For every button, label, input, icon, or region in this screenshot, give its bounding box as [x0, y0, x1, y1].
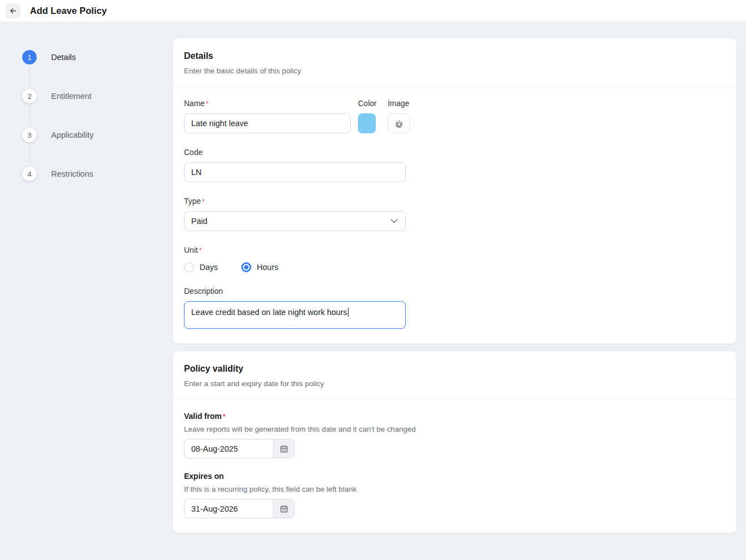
- stepper-step-entitlement[interactable]: 2 Entitlement: [22, 89, 172, 103]
- calendar-icon: [280, 504, 289, 513]
- step-label: Entitlement: [51, 92, 92, 101]
- radio-checked-icon: [241, 262, 251, 272]
- step-number-badge: 2: [22, 89, 37, 103]
- image-field-group: Image: [387, 99, 410, 133]
- wizard-stepper: 1 Details 2 Entitlement 3 Applicability …: [0, 38, 172, 540]
- radio-unchecked-icon: [184, 262, 194, 272]
- validity-card-subtitle: Enter a start and expiry date for this p…: [184, 379, 725, 388]
- step-label: Details: [51, 53, 76, 62]
- description-textarea[interactable]: Leave credit based on late night work ho…: [184, 301, 406, 329]
- text-cursor: [348, 308, 349, 317]
- required-asterisk: *: [206, 99, 208, 108]
- details-card-body: Name* Color Image: [173, 87, 737, 343]
- details-card-subtitle: Enter the basic details of this policy: [184, 67, 725, 75]
- details-card-title: Details: [184, 51, 725, 61]
- description-text: Leave credit based on late night work ho…: [191, 308, 347, 317]
- unit-option-days[interactable]: Days: [184, 262, 218, 272]
- valid-from-calendar-button[interactable]: [273, 439, 294, 458]
- unit-option-hours[interactable]: Hours: [241, 262, 278, 272]
- chevron-down-icon: [391, 219, 397, 223]
- topbar: Add Leave Policy: [0, 0, 746, 22]
- validity-card-title: Policy validity: [184, 364, 725, 374]
- valid-from-date-input[interactable]: 08-Aug-2025: [184, 439, 295, 458]
- code-field-group: Code: [184, 148, 725, 182]
- image-label: Image: [387, 99, 410, 108]
- arrow-left-icon: [9, 7, 17, 15]
- expires-on-calendar-button[interactable]: [273, 499, 294, 518]
- required-asterisk: *: [223, 412, 226, 421]
- expires-on-date-value: 31-Aug-2026: [185, 499, 273, 518]
- unit-label: Unit*: [184, 246, 725, 254]
- unit-radio-group: Days Hours: [184, 262, 725, 272]
- valid-from-date-value: 08-Aug-2025: [185, 439, 273, 458]
- step-label: Restrictions: [51, 169, 93, 178]
- name-input[interactable]: [184, 113, 351, 133]
- sunrise-icon: [394, 118, 405, 129]
- name-color-image-row: Name* Color Image: [184, 99, 725, 133]
- type-label: Type*: [184, 197, 725, 206]
- required-asterisk: *: [202, 197, 205, 206]
- type-field-group: Type* Paid: [184, 197, 725, 231]
- type-select[interactable]: Paid: [184, 211, 406, 231]
- validity-card-header: Policy validity Enter a start and expiry…: [173, 351, 737, 399]
- details-card-header: Details Enter the basic details of this …: [173, 38, 737, 86]
- expires-on-group: Expires on If this is a recurring policy…: [184, 472, 725, 518]
- content-area: 1 Details 2 Entitlement 3 Applicability …: [0, 22, 746, 540]
- description-label: Description: [184, 287, 725, 296]
- step-label: Applicability: [51, 131, 94, 139]
- page-title: Add Leave Policy: [30, 6, 107, 16]
- valid-from-group: Valid from* Leave reports will be genera…: [184, 412, 725, 458]
- type-select-value: Paid: [191, 217, 207, 226]
- expires-on-date-input[interactable]: 31-Aug-2026: [184, 499, 295, 518]
- color-field-group: Color: [358, 99, 376, 133]
- unit-option-label: Hours: [257, 263, 278, 272]
- description-field-group: Description Leave credit based on late n…: [184, 287, 725, 329]
- code-input[interactable]: [184, 162, 406, 182]
- color-swatch[interactable]: [358, 113, 376, 133]
- step-number-badge: 3: [22, 128, 37, 142]
- color-label: Color: [358, 99, 376, 108]
- step-number-badge: 1: [22, 50, 37, 64]
- valid-from-label: Valid from*: [184, 412, 725, 421]
- form-column: Details Enter the basic details of this …: [172, 38, 737, 540]
- image-picker-button[interactable]: [387, 113, 410, 133]
- stepper-step-restrictions[interactable]: 4 Restrictions: [22, 167, 172, 181]
- details-card: Details Enter the basic details of this …: [172, 38, 737, 344]
- stepper-step-details[interactable]: 1 Details: [22, 50, 172, 64]
- expires-on-helper: If this is a recurring policy, this fiel…: [184, 485, 725, 493]
- valid-from-helper: Leave reports will be generated from thi…: [184, 425, 725, 433]
- name-label: Name*: [184, 99, 351, 108]
- step-number-badge: 4: [22, 167, 37, 181]
- policy-validity-card: Policy validity Enter a start and expiry…: [172, 351, 737, 533]
- code-label: Code: [184, 148, 725, 157]
- validity-card-body: Valid from* Leave reports will be genera…: [173, 399, 737, 533]
- stepper-step-applicability[interactable]: 3 Applicability: [22, 128, 172, 142]
- unit-option-label: Days: [200, 263, 218, 272]
- unit-field-group: Unit* Days Hours: [184, 246, 725, 272]
- required-asterisk: *: [199, 246, 202, 254]
- name-field-group: Name*: [184, 99, 351, 133]
- calendar-icon: [280, 444, 289, 453]
- expires-on-label: Expires on: [184, 472, 725, 481]
- back-button[interactable]: [6, 3, 21, 18]
